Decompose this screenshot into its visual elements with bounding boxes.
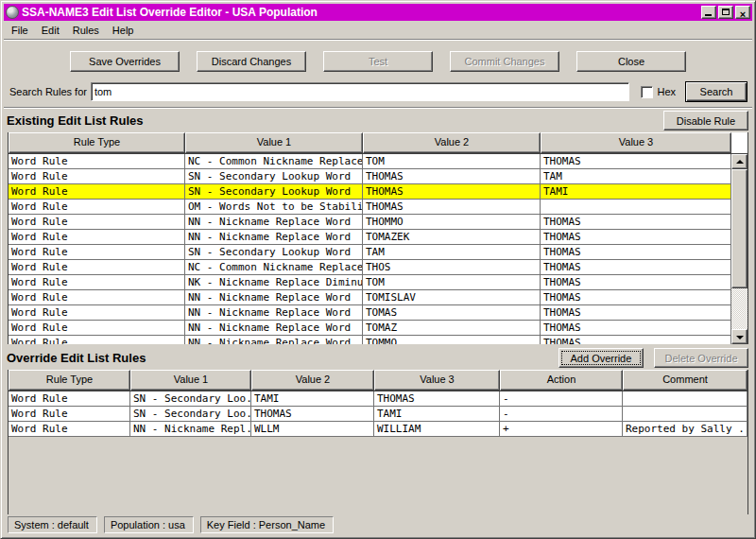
table-cell: TOMAZ [363,321,541,335]
table-cell: THOMAS [541,215,731,229]
table-cell: Word Rule [9,245,185,259]
table-cell [623,391,747,406]
table-cell: TOMAZEK [363,230,541,244]
table-cell: TOMISLAV [363,290,541,304]
table-cell: NN - Nickname Replace Word [185,305,363,320]
column-header: Action [500,370,623,391]
table-cell: Word Rule [9,275,185,289]
app-window: SSA-NAME3 Edit List Override Editor - US… [0,0,756,539]
table-cell: THOMAS [541,245,731,259]
column-header: Value 2 [363,132,541,153]
table-cell: Word Rule [9,230,185,244]
table-cell: THOMAS [251,407,374,421]
table-cell: NN - Nickname Replace Word [185,336,363,344]
table-cell: Word Rule [9,391,130,406]
table-cell: NN - Nickname Replace Word [185,321,363,335]
override-rules-title: Override Edit List Rules [7,351,146,365]
table-row[interactable]: Word RuleNC - Common Nickname Replace...… [9,154,731,169]
search-button[interactable]: Search [685,81,747,102]
table-cell: THOMAS [541,275,731,289]
arrow-up-icon [736,160,744,164]
table-cell: Word Rule [9,407,130,421]
column-header: Value 2 [251,370,374,391]
scrollbar-track[interactable] [731,288,747,329]
table-cell: THOS [363,260,541,274]
close-window-button[interactable]: × [735,6,750,19]
window-title: SSA-NAME3 Edit List Override Editor - US… [22,6,701,19]
discard-changes-button[interactable]: Discard Changes [197,51,306,72]
table-row[interactable]: Word RuleOM - Words Not to be Stabili...… [9,200,731,215]
table-row[interactable]: Word RuleSN - Secondary Loo...THOMASTAMI… [9,407,747,422]
table-cell [541,200,731,214]
table-cell: + [500,422,623,436]
table-cell: TOMAS [363,305,541,320]
table-row[interactable]: Word RuleNN - Nickname Replace WordTOMAZ… [9,230,731,245]
column-header: Value 3 [374,370,500,391]
add-override-button[interactable]: Add Override [558,348,644,368]
table-cell: OM - Words Not to be Stabili... [185,200,363,214]
table-row[interactable]: Word RuleNN - Nickname Repl...WLLMWILLIA… [9,422,747,437]
window-controls: × [701,6,750,19]
maximize-icon [722,9,730,15]
status-system: System : default [8,516,97,533]
hex-checkbox[interactable] [641,86,653,98]
table-cell: Reported by Sally ... [623,422,747,436]
table-cell: TOMMO [363,336,541,344]
table-cell: TAM [541,169,731,183]
table-cell: NN - Nickname Repl... [130,422,251,436]
table-row[interactable]: Word RuleNN - Nickname Replace WordTHOMM… [9,215,731,230]
menu-edit[interactable]: Edit [35,23,66,38]
save-overrides-button[interactable]: Save Overrides [70,51,180,72]
table-cell: Word Rule [9,321,185,335]
table-row[interactable]: Word RuleSN - Secondary Lookup WordTAMTH… [9,245,731,260]
existing-rules-rows: Word RuleNC - Common Nickname Replace...… [9,153,731,344]
table-row[interactable]: Word RuleNN - Nickname Replace WordTOMAZ… [9,321,731,336]
table-row[interactable]: Word RuleNN - Nickname Replace WordTOMAS… [9,305,731,321]
maximize-button[interactable] [718,6,733,19]
table-cell: NN - Nickname Replace Word [185,215,363,229]
toolbar: Save Overrides Discard Changes Test Comm… [4,41,752,80]
table-cell: THOMAS [363,184,541,199]
close-button[interactable]: Close [576,51,686,72]
status-population: Population : usa [104,516,194,533]
table-cell: TAMI [374,407,500,421]
table-cell [623,407,747,421]
status-bar: System : default Population : usa Key Fi… [4,514,752,536]
table-cell: SN - Secondary Lookup Word [185,184,363,199]
scrollbar-thumb[interactable] [731,169,747,288]
table-cell: Word Rule [9,422,130,436]
table-cell: SN - Secondary Lookup Word [185,245,363,259]
table-cell: THOMAS [374,391,500,406]
disable-rule-button[interactable]: Disable Rule [663,111,748,130]
table-cell: TOM [363,154,541,168]
minimize-button[interactable] [701,6,716,19]
table-row[interactable]: Word RuleNC - Common Nickname Replace...… [9,260,731,275]
table-cell: - [500,407,623,421]
table-cell: Word Rule [9,169,185,183]
scroll-up-button[interactable] [731,154,747,169]
table-cell: Word Rule [9,290,185,304]
menu-rules[interactable]: Rules [66,23,106,38]
table-row[interactable]: Word RuleNN - Nickname Replace WordTOMMO… [9,336,731,344]
table-row[interactable]: Word RuleSN - Secondary Lookup WordTHOMA… [9,169,731,184]
override-rules-rows: Word RuleSN - Secondary Loo...TAMITHOMAS… [9,391,747,514]
existing-rules-column-headers: Rule TypeValue 1Value 2Value 3 [9,132,747,153]
menu-help[interactable]: Help [106,23,141,38]
table-cell: THOMAS [541,154,731,168]
menu-file[interactable]: File [5,23,35,38]
table-row[interactable]: Word RuleSN - Secondary Lookup WordTHOMA… [9,184,731,200]
table-cell: Word Rule [9,154,185,168]
table-cell: THOMAS [541,260,731,274]
table-cell: WILLIAM [374,422,500,436]
search-label: Search Rules for [9,86,87,97]
minimize-icon [705,14,712,16]
table-row[interactable]: Word RuleSN - Secondary Loo...TAMITHOMAS… [9,391,747,407]
table-row[interactable]: Word RuleNN - Nickname Replace WordTOMIS… [9,290,731,305]
table-cell: THOMAS [541,321,731,335]
table-cell: WLLM [251,422,374,436]
search-input[interactable] [91,82,630,101]
table-cell: Word Rule [9,260,185,274]
table-cell: NN - Nickname Replace Word [185,230,363,244]
scroll-down-button[interactable] [731,329,747,344]
table-row[interactable]: Word RuleNK - Nickname Replace Diminu...… [9,275,731,290]
